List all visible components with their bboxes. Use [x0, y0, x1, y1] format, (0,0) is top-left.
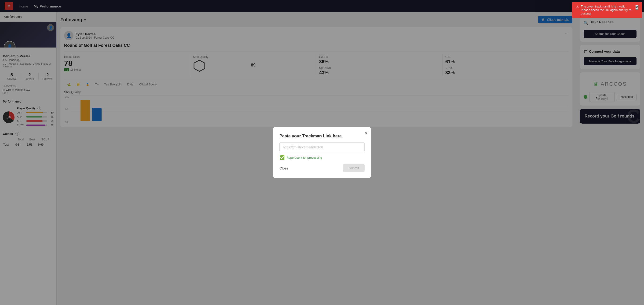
modal-success-text: Report sent for processing [286, 156, 322, 160]
error-toast-message: The given trackman link is invalid. Plea… [581, 5, 634, 15]
error-toast-close[interactable]: × [635, 5, 638, 10]
modal-overlay[interactable]: Paste your Trackman Link here. × ✅ Repor… [0, 0, 644, 305]
modal-actions: Close Submit [280, 164, 364, 172]
modal-success-message: ✅ Report sent for processing [280, 155, 364, 160]
success-check-icon: ✅ [280, 155, 284, 160]
error-toast: ⚠ The given trackman link is invalid. Pl… [572, 2, 642, 18]
modal-close-x-button[interactable]: × [365, 131, 368, 136]
warning-icon: ⚠ [576, 5, 579, 9]
trackman-modal: Paste your Trackman Link here. × ✅ Repor… [273, 127, 371, 178]
modal-close-button[interactable]: Close [280, 164, 288, 172]
modal-submit-button[interactable]: Submit [343, 164, 364, 172]
modal-title: Paste your Trackman Link here. [280, 134, 364, 138]
trackman-url-input[interactable] [280, 142, 364, 152]
